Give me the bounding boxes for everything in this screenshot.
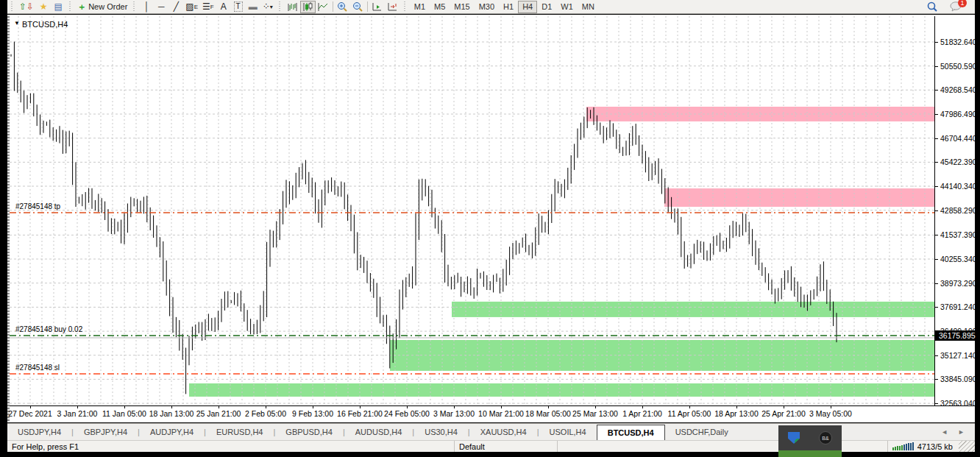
time-tick-label: 9 Feb 13:00: [292, 409, 333, 418]
chart-title: BTCUSD,H4: [22, 20, 68, 29]
toolbar-grip[interactable]: [132, 1, 137, 13]
buy-line-label[interactable]: #27845148 buy 0.02: [15, 325, 82, 333]
toolbar-grip[interactable]: [277, 1, 283, 13]
timeframe-button-m1[interactable]: M1: [410, 1, 430, 13]
bar-chart-mode-button[interactable]: [285, 1, 300, 13]
chart-tab-usoil-h4[interactable]: USOIL,H4: [539, 424, 597, 440]
rectangle-tool[interactable]: ▬: [246, 1, 260, 13]
price-tick: [935, 379, 938, 380]
timeframe-button-w1[interactable]: W1: [556, 1, 578, 13]
chart-shift-button[interactable]: [385, 1, 400, 13]
text-label-icon: T: [234, 1, 243, 12]
favorites-button[interactable]: ★: [36, 1, 51, 13]
price-tick: [935, 307, 938, 308]
chart-shift-icon: [387, 2, 398, 12]
arrows-tool[interactable]: ⁘▾: [260, 1, 275, 13]
search-button[interactable]: [924, 1, 940, 13]
auto-scroll-icon: [372, 2, 383, 12]
trendline-tool[interactable]: ╱: [168, 1, 183, 13]
text-tool[interactable]: A: [216, 1, 231, 13]
price-tick-label: 50550.590: [940, 62, 977, 71]
current-price-badge: 36175.895: [934, 330, 975, 341]
new-order-button[interactable]: ＋ New Order: [75, 1, 129, 13]
candlestick-mode-button[interactable]: [300, 1, 316, 13]
chart-title-caret-icon[interactable]: ▼: [14, 20, 20, 26]
zoom-out-button[interactable]: [350, 1, 366, 13]
time-tick: [77, 406, 78, 408]
chart-tab-us30-h4[interactable]: US30,H4: [414, 424, 468, 440]
timeframe-button-h4[interactable]: H4: [518, 1, 537, 13]
horizontal-line-tool[interactable]: ─: [154, 1, 168, 13]
chart-tab-eurusd-h4[interactable]: EURUSD,H4: [206, 424, 274, 440]
price-tick-label: 42858.290: [940, 206, 977, 215]
timeframe-button-m15[interactable]: M15: [450, 1, 474, 13]
price-axis[interactable]: 51832.64050550.59049268.54047986.4904670…: [934, 16, 975, 405]
time-tick-label: 1 Apr 21:00: [622, 409, 662, 418]
chart-tab-usdchf-daily[interactable]: USDCHF,Daily: [665, 424, 739, 440]
chart-tab-btcusd-h4[interactable]: BTCUSD,H4: [597, 425, 665, 440]
chart-tab-gbpjpy-h4[interactable]: GBPJPY,H4: [74, 424, 138, 440]
timeframe-button-m5[interactable]: M5: [430, 1, 450, 13]
toolbar-grip[interactable]: [68, 1, 73, 13]
notebook-icon: ▤: [54, 2, 62, 11]
star-icon: ★: [40, 2, 48, 11]
price-tick: [935, 235, 938, 235]
chart-tab-audjpy-h4[interactable]: AUDJPY,H4: [140, 424, 204, 440]
chart-tab-audusd-h4[interactable]: AUDUSD,H4: [345, 424, 413, 440]
journal-button[interactable]: ▤: [51, 1, 65, 13]
chart-tab-xauusd-h4[interactable]: XAUUSD,H4: [470, 424, 537, 440]
price-tick-label: 49268.540: [940, 85, 977, 94]
tab-scroll-left-icon[interactable]: ◄: [941, 428, 948, 436]
timeframe-button-h1[interactable]: H1: [499, 1, 518, 13]
toolbar-grip[interactable]: [402, 1, 408, 13]
price-tick-label: 45422.390: [940, 157, 977, 166]
price-tick: [935, 259, 938, 260]
zoom-in-button[interactable]: [335, 1, 350, 13]
market-watch-button[interactable]: ⇧⇩: [17, 1, 36, 13]
price-tick: [935, 283, 938, 284]
line-chart-mode-button[interactable]: [316, 1, 331, 13]
time-tick: [30, 406, 31, 408]
time-tick-label: 18 Apr 13:00: [714, 409, 759, 418]
toolbar-grip[interactable]: [10, 1, 15, 13]
text-icon: A: [221, 2, 227, 11]
dropdown-caret-icon: ▾: [270, 4, 273, 10]
resize-grip[interactable]: [959, 441, 975, 452]
chart-tab-gbpusd-h4[interactable]: GBPUSD,H4: [275, 424, 343, 440]
main-toolbar: ⇧⇩ ★ ▤ ＋ New Order │ ─ ╱ ▨E ☰F A T ▬ ⁘▾: [7, 0, 975, 14]
traffic-label: 4713/5 kb: [917, 442, 953, 451]
status-profile[interactable]: Default: [455, 441, 558, 452]
timeframe-button-mn[interactable]: MN: [578, 1, 599, 13]
sl-line-label[interactable]: #27845148 sl: [15, 364, 60, 372]
time-axis[interactable]: 27 Dec 20213 Jan 21:0011 Jan 05:0018 Jan…: [10, 405, 975, 422]
auto-scroll-button[interactable]: [369, 1, 385, 13]
defender-shield-icon[interactable]: [788, 432, 800, 444]
notifications-button[interactable]: 1: [948, 1, 965, 13]
price-tick: [935, 42, 938, 43]
equidistant-channel-tool[interactable]: ▨E: [183, 1, 200, 13]
status-help-text: For Help, press F1: [7, 441, 455, 452]
text-label-tool[interactable]: T: [231, 1, 246, 13]
tp-line-label[interactable]: #27845148 tp: [15, 202, 60, 210]
price-tick: [935, 162, 938, 163]
bar-chart-icon: [287, 2, 298, 12]
time-tick-label: 27 Dec 2021: [8, 409, 52, 418]
time-tick: [548, 406, 549, 408]
vertical-line-tool[interactable]: │: [139, 1, 154, 13]
tab-scroll-right-icon[interactable]: ►: [958, 428, 965, 436]
chart-canvas: [10, 16, 934, 405]
vertical-line-icon: │: [144, 2, 150, 11]
resistance-zone-lower: [664, 188, 934, 207]
time-tick: [689, 406, 690, 408]
timeframe-button-d1[interactable]: D1: [537, 1, 556, 13]
time-tick-label: 10 Mar 21:00: [478, 409, 524, 418]
fibonacci-tool[interactable]: ☰F: [200, 1, 216, 13]
tray-app-icon[interactable]: B&: [819, 431, 832, 444]
chart-tab-usdjpy-h4[interactable]: USDJPY,H4: [7, 424, 71, 440]
new-order-label: New Order: [88, 2, 127, 11]
timeframe-button-m30[interactable]: M30: [475, 1, 499, 13]
chart-plot-area[interactable]: #27845148 tp#27845148 buy 0.02#27845148 …: [10, 16, 934, 405]
price-tick: [935, 403, 938, 404]
timeframe-group: M1M5M15M30H1H4D1W1MN: [410, 1, 599, 13]
price-tick-label: 44140.340: [940, 182, 977, 191]
